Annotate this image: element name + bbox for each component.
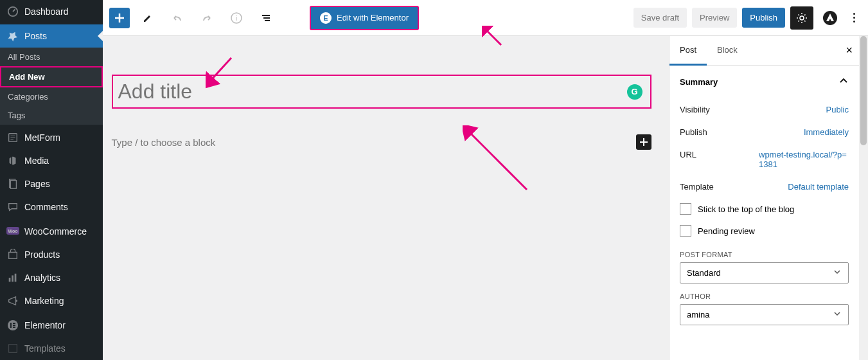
sidebar-item-woocommerce[interactable]: Woo WooCommerce (0, 220, 103, 243)
sticky-checkbox[interactable] (680, 203, 691, 215)
sidebar-sub-tags[interactable]: Tags (0, 106, 103, 125)
sidebar-sub-add-new[interactable]: Add New (0, 66, 103, 87)
sidebar-item-label: Comments (24, 202, 68, 212)
inline-add-block-button[interactable] (636, 134, 651, 150)
settings-button[interactable] (790, 6, 813, 30)
outline-button[interactable] (254, 6, 278, 30)
svg-rect-12 (15, 274, 17, 282)
row-label: Publish (680, 127, 707, 137)
sidebar-sub-categories[interactable]: Categories (0, 87, 103, 106)
sidebar-item-products[interactable]: Products (0, 243, 103, 266)
sidebar-item-analytics[interactable]: Analytics (0, 266, 103, 289)
form-icon (6, 131, 19, 144)
sidebar-item-dashboard[interactable]: Dashboard (0, 0, 103, 23)
svg-rect-9 (9, 252, 17, 258)
row-label: URL (680, 150, 696, 159)
sidebar-item-label: Posts (24, 31, 47, 41)
settings-panel: Post Block × Summary Visibility Public P… (669, 36, 859, 360)
sidebar-sub-all-posts[interactable]: All Posts (0, 48, 103, 66)
products-icon (6, 248, 19, 261)
info-button[interactable]: i (225, 6, 248, 30)
panel-row-publish: Publish Immediately (680, 121, 849, 143)
svg-rect-15 (10, 323, 12, 328)
checkbox-row-sticky: Stick to the top of the blog (680, 198, 849, 220)
marketing-icon (6, 294, 19, 307)
redo-button[interactable] (195, 6, 218, 30)
post-format-select[interactable]: Standard (680, 262, 849, 284)
dashboard-icon (6, 5, 19, 18)
extra-button[interactable] (819, 6, 842, 30)
sidebar-item-label: Dashboard (24, 6, 69, 17)
panel-scrollbar[interactable] (859, 36, 868, 360)
admin-sidebar: Dashboard Posts All Posts Add New Catego… (0, 0, 103, 360)
sidebar-item-label: Products (24, 249, 60, 260)
svg-rect-17 (13, 325, 15, 326)
row-label: Template (680, 182, 714, 192)
select-value: amina (687, 310, 709, 320)
author-select[interactable]: amina (680, 304, 849, 325)
sidebar-item-label: Templates (24, 343, 66, 354)
svg-point-13 (15, 300, 18, 302)
undo-button[interactable] (166, 6, 189, 30)
editor-body: G Type / to choose a block Post Block × … (103, 36, 868, 360)
block-placeholder[interactable]: Type / to choose a block (103, 137, 636, 148)
elementor-badge-icon: E (320, 12, 332, 24)
sidebar-item-pages[interactable]: Pages (0, 172, 103, 195)
sidebar-item-posts[interactable]: Posts (0, 24, 103, 48)
sidebar-item-label: MetForm (24, 132, 60, 143)
templates-icon (6, 342, 19, 355)
add-block-button[interactable] (109, 8, 130, 28)
post-title-input[interactable] (118, 80, 645, 104)
analytics-icon (6, 271, 19, 284)
template-value-button[interactable]: Default template (788, 182, 849, 192)
canvas-scrollbar[interactable] (660, 36, 669, 360)
editor-toolbar: i E Edit with Elementor Save draft Previ… (103, 0, 868, 36)
title-highlight: G (112, 75, 651, 109)
sidebar-item-label: Analytics (24, 273, 60, 283)
row-label: Visibility (680, 105, 710, 114)
url-value-button[interactable]: wpmet-testing.local/?p=1381 (759, 150, 849, 169)
save-draft-button[interactable]: Save draft (633, 8, 687, 28)
svg-rect-16 (13, 323, 15, 324)
sidebar-item-label: Media (24, 156, 49, 166)
checkbox-label: Pending review (698, 226, 755, 236)
svg-rect-10 (9, 278, 11, 282)
select-value: Standard (687, 268, 721, 278)
chevron-down-icon (833, 267, 842, 278)
summary-section-toggle[interactable]: Summary (680, 66, 849, 98)
more-options-button[interactable] (847, 13, 862, 22)
visibility-value-button[interactable]: Public (826, 105, 849, 114)
publish-value-button[interactable]: Immediately (804, 127, 849, 137)
close-panel-button[interactable]: × (846, 44, 853, 57)
elementor-icon (6, 319, 19, 332)
panel-body: Summary Visibility Public Publish Immedi… (669, 66, 859, 360)
svg-rect-18 (13, 327, 15, 328)
checkbox-label: Stick to the top of the blog (698, 204, 794, 214)
pages-icon (6, 177, 19, 190)
preview-button[interactable]: Preview (692, 8, 737, 28)
post-format-label: POST FORMAT (680, 242, 849, 262)
svg-text:i: i (236, 14, 237, 22)
sidebar-item-media[interactable]: Media (0, 149, 103, 172)
pin-icon (6, 30, 19, 42)
woocommerce-icon: Woo (6, 225, 19, 238)
publish-button[interactable]: Publish (742, 8, 785, 28)
sidebar-submenu-posts: All Posts Add New Categories Tags (0, 48, 103, 125)
editor-canvas[interactable]: G Type / to choose a block (103, 36, 660, 360)
sidebar-item-metform[interactable]: MetForm (0, 126, 103, 149)
edit-mode-button[interactable] (136, 6, 159, 30)
sidebar-item-templates[interactable]: Templates (0, 337, 103, 360)
tab-block[interactable]: Block (707, 36, 748, 65)
panel-tabs: Post Block × (669, 36, 859, 66)
svg-text:Woo: Woo (8, 229, 17, 233)
panel-row-url: URL wpmet-testing.local/?p=1381 (680, 143, 849, 176)
tab-post[interactable]: Post (669, 36, 707, 66)
sidebar-item-comments[interactable]: Comments (0, 195, 103, 219)
svg-rect-6 (10, 181, 16, 189)
grammarly-icon[interactable]: G (627, 84, 642, 100)
sidebar-item-elementor[interactable]: Elementor (0, 314, 103, 337)
sidebar-item-marketing[interactable]: Marketing (0, 289, 103, 312)
pending-review-checkbox[interactable] (680, 225, 691, 237)
comments-icon (6, 201, 19, 213)
edit-with-elementor-button[interactable]: E Edit with Elementor (310, 6, 419, 30)
